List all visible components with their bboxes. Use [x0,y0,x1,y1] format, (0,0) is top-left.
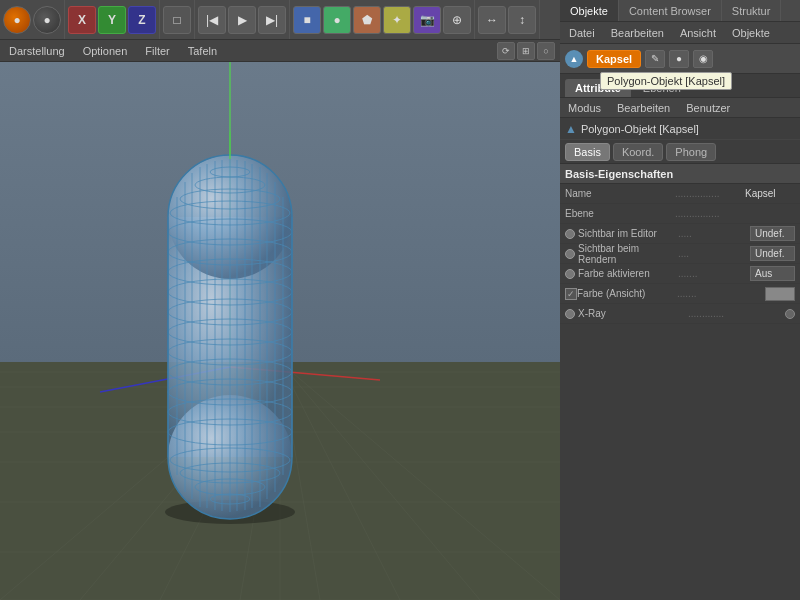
right-panel: Objekte Content Browser Struktur Datei B… [560,0,800,600]
object-icon: ▲ [565,50,583,68]
obj-type-icon: ▲ [565,122,577,136]
edit-icon[interactable]: ✎ [645,50,665,68]
toolbar-group-xyz: X Y Z [65,0,160,39]
tab-objekte[interactable]: Objekte [560,0,619,21]
prop-xray-label: X-Ray [578,308,688,319]
toolbar-move-btn[interactable]: ↔ [478,6,506,34]
subtab-basis[interactable]: Basis [565,143,610,161]
toolbar-group-rotate: ● ● [0,0,65,39]
toolbar-group-transform: ↔ ↕ [475,0,540,39]
prop-xray-indicator [565,309,575,319]
menu-bearbeiten[interactable]: Bearbeiten [607,25,668,41]
prop-farbe-ansicht-dots: ....... [677,288,765,299]
toolbar-group-objects: ■ ● ⬟ ✦ 📷 ⊕ [290,0,475,39]
top-toolbar: ● ● X Y Z □ |◀ ▶ ▶| ■ ● ⬟ ✦ 📷 ⊕ ↔ ↕ [0,0,560,40]
render-icon[interactable]: ◉ [693,50,713,68]
viewport-ctrl-3[interactable]: ○ [537,42,555,60]
attr-menu-bearbeiten[interactable]: Bearbeiten [613,100,674,116]
toolbar-z-btn[interactable]: Z [128,6,156,34]
prop-farbe-ansicht-checkbox[interactable]: ✓ [565,288,577,300]
props-content: Name ................ Kapsel Ebene .....… [560,184,800,600]
props-section-header: Basis-Eigenschaften [560,164,800,184]
toolbar-frame-prev-btn[interactable]: |◀ [198,6,226,34]
menu-optionen[interactable]: Optionen [79,43,132,59]
prop-ebene-label: Ebene [565,208,675,219]
prop-name-label: Name [565,188,675,199]
toolbar-y-btn[interactable]: Y [98,6,126,34]
menu-darstellung[interactable]: Darstellung [5,43,69,59]
prop-sichtbar-editor-label: Sichtbar im Editor [578,228,678,239]
menu-datei[interactable]: Datei [565,25,599,41]
prop-ebene: Ebene ................ [560,204,800,224]
visibility-icon[interactable]: ● [669,50,689,68]
prop-sichtbar-editor: Sichtbar im Editor ..... Undef. [560,224,800,244]
menu-objekte[interactable]: Objekte [728,25,774,41]
subtab-koord[interactable]: Koord. [613,143,663,161]
toolbar-circle2-btn[interactable]: ● [33,6,61,34]
prop-name-dots: ................ [675,188,745,199]
prop-xray: X-Ray ............. [560,304,800,324]
prop-sichtbar-rendern: Sichtbar beim Rendern .... Undef. [560,244,800,264]
section-header-label: Basis-Eigenschaften [565,168,673,180]
prop-sichtbar-editor-value[interactable]: Undef. [750,226,795,241]
toolbar-cube-btn[interactable]: ■ [293,6,321,34]
viewport-ctrl-1[interactable]: ⟳ [497,42,515,60]
attr-menu-benutzer[interactable]: Benutzer [682,100,734,116]
prop-farbe-ansicht-label: Farbe (Ansicht) [577,288,677,299]
viewport-svg [0,62,560,600]
toolbar-x-btn[interactable]: X [68,6,96,34]
toolbar-play-btn[interactable]: ▶ [228,6,256,34]
prop-xray-dots: ............. [688,308,785,319]
toolbar-model-btn[interactable]: □ [163,6,191,34]
tab-content-browser[interactable]: Content Browser [619,0,722,21]
prop-farbe-aktivieren-value[interactable]: Aus [750,266,795,281]
prop-sichtbar-editor-indicator [565,229,575,239]
toolbar-frame-next-btn[interactable]: ▶| [258,6,286,34]
prop-farbe-aktivieren-label: Farbe aktivieren [578,268,678,279]
prop-ebene-dots: ................ [675,208,745,219]
obj-type-label: Polygon-Objekt [Kapsel] [581,123,699,135]
toolbar-capsule-btn[interactable]: ⬟ [353,6,381,34]
tab-struktur[interactable]: Struktur [722,0,782,21]
attr-menu-modus[interactable]: Modus [564,100,605,116]
panel-top-tabs: Objekte Content Browser Struktur [560,0,800,22]
prop-name-value[interactable]: Kapsel [745,188,795,199]
toolbar-sphere-btn[interactable]: ● [323,6,351,34]
prop-farbe-ansicht: ✓ Farbe (Ansicht) ....... [560,284,800,304]
object-header: ▲ Kapsel ✎ ● ◉ Polygon-Objekt [Kapsel] [560,44,800,74]
sub-tabs: Basis Koord. Phong [560,140,800,164]
toolbar-rotate-btn[interactable]: ● [3,6,31,34]
toolbar-camera-btn[interactable]: 📷 [413,6,441,34]
toolbar-group-playback: |◀ ▶ ▶| [195,0,290,39]
toolbar-light-btn[interactable]: ✦ [383,6,411,34]
toolbar-scale-btn[interactable]: ↕ [508,6,536,34]
prop-xray-value[interactable] [785,309,795,319]
obj-type-header: ▲ Polygon-Objekt [Kapsel] [560,118,800,140]
prop-name: Name ................ Kapsel [560,184,800,204]
prop-farbe-aktivieren-dots: ....... [678,268,750,279]
prop-sichtbar-editor-dots: ..... [678,228,750,239]
second-toolbar: Darstellung Optionen Filter Tafeln ⟳ ⊞ ○ [0,40,560,62]
prop-sichtbar-rendern-value[interactable]: Undef. [750,246,795,261]
menu-filter[interactable]: Filter [141,43,173,59]
menu-tafeln[interactable]: Tafeln [184,43,221,59]
viewport[interactable] [0,62,560,600]
panel-menu-row: Datei Bearbeiten Ansicht Objekte [560,22,800,44]
menu-ansicht[interactable]: Ansicht [676,25,720,41]
viewport-ctrl-2[interactable]: ⊞ [517,42,535,60]
prop-sichtbar-rendern-label: Sichtbar beim Rendern [578,243,678,265]
prop-sichtbar-rendern-indicator [565,249,575,259]
prop-farbe-ansicht-color[interactable] [765,287,795,301]
object-tooltip: Polygon-Objekt [Kapsel] [600,72,732,90]
attr-menu: Modus Bearbeiten Benutzer [560,98,800,118]
toolbar-group-model: □ [160,0,195,39]
toolbar-spline-btn[interactable]: ⊕ [443,6,471,34]
prop-farbe-aktivieren-indicator [565,269,575,279]
object-name-button[interactable]: Kapsel [587,50,641,68]
subtab-phong[interactable]: Phong [666,143,716,161]
prop-farbe-aktivieren: Farbe aktivieren ....... Aus [560,264,800,284]
prop-sichtbar-rendern-dots: .... [678,248,750,259]
